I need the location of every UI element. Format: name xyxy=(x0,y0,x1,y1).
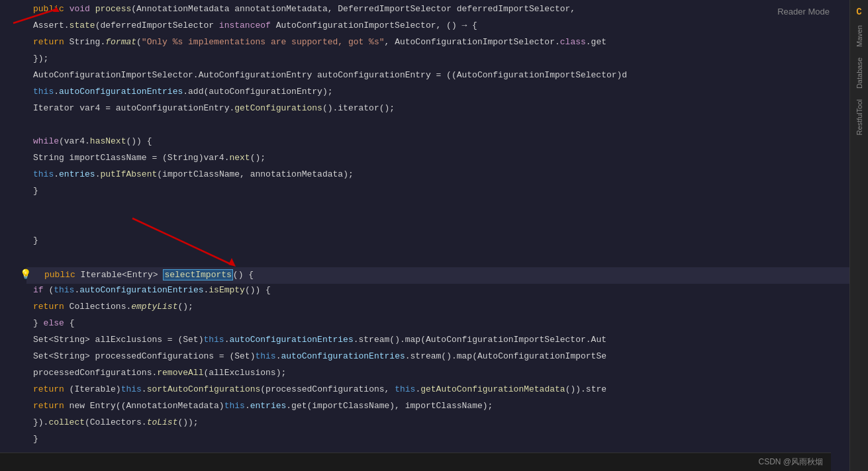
line-content: Assert.state(deferredImportSelector inst… xyxy=(33,19,477,33)
code-line: Set<String> allExclusions = (Set)this.au… xyxy=(26,333,849,350)
line-content: }); xyxy=(33,52,48,66)
bottom-bar: CSDN @风雨秋烟 xyxy=(0,452,831,471)
code-line xyxy=(26,251,849,267)
bulb-icon[interactable]: 💡 xyxy=(20,267,31,282)
line-content: } xyxy=(33,234,38,248)
line-content: this.entries.putIfAbsent(importClassName… xyxy=(33,168,354,182)
code-line: while(var4.hasNext()) { xyxy=(26,135,849,151)
right-sidebar: C Maven Database RestfulTool xyxy=(849,0,868,471)
code-line: return Collections.emptyList(); xyxy=(26,300,849,317)
code-line: Assert.state(deferredImportSelector inst… xyxy=(26,19,849,36)
code-line: }); xyxy=(26,52,849,69)
code-line: String importClassName = (String)var4.ne… xyxy=(26,151,849,168)
code-line: this.autoConfigurationEntries.add(autoCo… xyxy=(26,85,849,102)
code-line: } xyxy=(26,234,849,251)
code-line xyxy=(26,201,849,218)
csdn-logo: C xyxy=(856,7,861,17)
line-content: Set<String> allExclusions = (Set)this.au… xyxy=(33,333,606,347)
line-content: AutoConfigurationImportSelector.AutoConf… xyxy=(33,69,627,83)
code-editor[interactable]: Reader Mode public void process(Annotati… xyxy=(0,0,849,471)
code-line: AutoConfigurationImportSelector.AutoConf… xyxy=(26,69,849,85)
database-sidebar-item[interactable]: Database xyxy=(854,55,865,91)
line-content: processedConfigurations.removeAll(allExc… xyxy=(33,366,286,380)
line-content: String importClassName = (String)var4.ne… xyxy=(33,151,265,165)
code-line: }).collect(Collectors.toList()); xyxy=(26,416,849,433)
code-line: } xyxy=(26,433,849,449)
code-line: } else { xyxy=(26,317,849,333)
line-content: this.autoConfigurationEntries.add(autoCo… xyxy=(33,85,333,99)
line-content: } xyxy=(33,185,38,198)
line-content: Set<String> processedConfigurations = (S… xyxy=(33,350,606,364)
code-line: return new Entry((AnnotationMetadata)thi… xyxy=(26,400,849,416)
code-line: 💡 public Iterable<Entry> selectImports()… xyxy=(26,267,849,284)
code-line: Set<String> processedConfigurations = (S… xyxy=(26,350,849,366)
line-content: public void process(AnnotationMetadata a… xyxy=(33,3,575,17)
restfultool-sidebar-item[interactable]: RestfulTool xyxy=(854,97,865,138)
line-content: return Collections.emptyList(); xyxy=(33,300,193,314)
code-line: processedConfigurations.removeAll(allExc… xyxy=(26,366,849,383)
maven-sidebar-item[interactable]: Maven xyxy=(854,22,865,50)
code-line: return String.format("Only %s implementa… xyxy=(26,36,849,52)
line-content: } xyxy=(33,433,38,447)
line-content: while(var4.hasNext()) { xyxy=(33,135,152,149)
line-content: Iterator var4 = autoConfigurationEntry.g… xyxy=(33,102,395,116)
code-line: } xyxy=(26,185,849,201)
line-content: return (Iterable)this.sortAutoConfigurat… xyxy=(33,383,606,397)
code-line: if (this.autoConfigurationEntries.isEmpt… xyxy=(26,284,849,300)
credit-text: CSDN @风雨秋烟 xyxy=(758,456,823,468)
code-line: public void process(AnnotationMetadata a… xyxy=(26,3,849,19)
code-line: this.entries.putIfAbsent(importClassName… xyxy=(26,168,849,185)
reader-mode-label[interactable]: Reader Mode xyxy=(777,7,830,17)
line-content: return new Entry((AnnotationMetadata)thi… xyxy=(33,400,493,413)
main-container: Reader Mode public void process(Annotati… xyxy=(0,0,868,471)
code-line xyxy=(26,218,849,234)
line-content: } else { xyxy=(33,317,74,331)
line-content: if (this.autoConfigurationEntries.isEmpt… xyxy=(33,284,271,298)
line-content: public Iterable<Entry> selectImports() { xyxy=(44,269,254,282)
code-line: Iterator var4 = autoConfigurationEntry.g… xyxy=(26,102,849,118)
line-content: }).collect(Collectors.toList()); xyxy=(33,416,199,430)
code-line: return (Iterable)this.sortAutoConfigurat… xyxy=(26,383,849,400)
code-line xyxy=(26,118,849,135)
line-content: return String.format("Only %s implementa… xyxy=(33,36,606,50)
code-lines-container: public void process(AnnotationMetadata a… xyxy=(0,0,849,471)
